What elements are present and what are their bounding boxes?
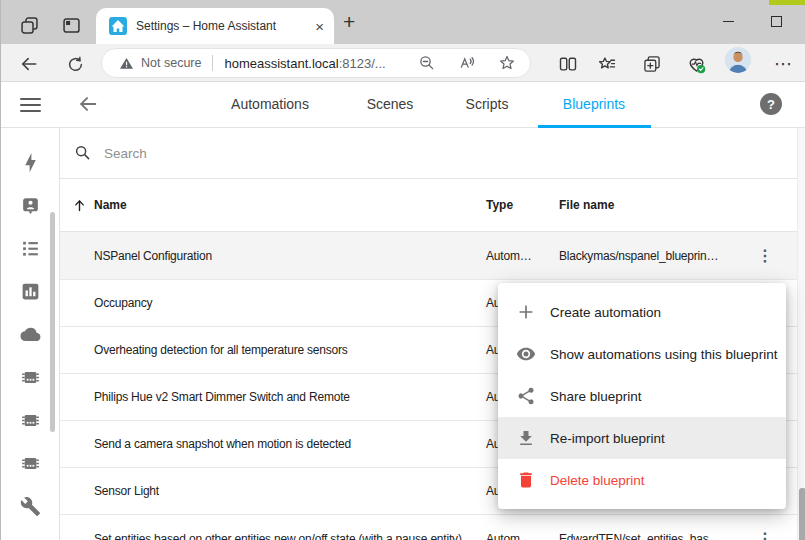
history-chart-icon[interactable] bbox=[20, 281, 41, 302]
url-path: :8123/... bbox=[339, 56, 386, 71]
tab-close-icon[interactable]: × bbox=[315, 19, 324, 34]
settings-wrench-icon[interactable] bbox=[20, 496, 41, 517]
row-name: Set entities based on other entities new… bbox=[94, 532, 462, 540]
voice-assistant-icon[interactable] bbox=[20, 195, 41, 216]
menu-item-create-automation[interactable]: Create automation bbox=[498, 291, 786, 333]
menu-item-delete-blueprint[interactable]: Delete blueprint bbox=[498, 459, 786, 501]
address-divider bbox=[212, 55, 213, 71]
home-assistant-favicon bbox=[109, 17, 127, 35]
address-bar[interactable]: Not secure homeassistant.local:8123/... bbox=[101, 48, 531, 78]
browser-toolbar: Not secure homeassistant.local:8123/... bbox=[1, 44, 805, 82]
workspaces-icon[interactable] bbox=[19, 14, 41, 36]
table-row[interactable]: NSPanel Configuration Autom… Blackymas/n… bbox=[60, 232, 805, 280]
column-name[interactable]: Name bbox=[94, 179, 127, 232]
browser-menu-icon[interactable]: ⋯ bbox=[771, 52, 795, 76]
favorites-icon[interactable] bbox=[595, 52, 619, 76]
tab-actions-icon[interactable] bbox=[61, 14, 83, 36]
cloud-icon[interactable] bbox=[20, 324, 41, 345]
help-icon[interactable]: ? bbox=[760, 93, 782, 115]
tab-scripts[interactable]: Scripts bbox=[466, 82, 509, 127]
back-icon[interactable] bbox=[17, 52, 41, 76]
menu-item-share-blueprint[interactable]: Share blueprint bbox=[498, 375, 786, 417]
row-name: Occupancy bbox=[94, 296, 152, 310]
hardware-chip-icon-3[interactable] bbox=[20, 453, 41, 474]
split-screen-icon[interactable] bbox=[556, 52, 580, 76]
url-text: homeassistant.local:8123/... bbox=[224, 56, 385, 71]
table-row[interactable]: Set entities based on other entities new… bbox=[60, 515, 805, 540]
ha-header: Automations Scenes Scripts Blueprints ? bbox=[1, 82, 805, 128]
menu-item-label: Share blueprint bbox=[550, 389, 642, 404]
collections-icon[interactable] bbox=[640, 52, 664, 76]
maximize-icon[interactable] bbox=[761, 10, 791, 32]
new-tab-icon[interactable]: + bbox=[343, 10, 355, 34]
share-icon bbox=[516, 386, 536, 406]
plus-icon bbox=[516, 302, 536, 322]
browser-essentials-icon[interactable] bbox=[684, 52, 708, 76]
favorite-star-icon[interactable] bbox=[498, 54, 516, 72]
hardware-chip-icon-1[interactable] bbox=[20, 367, 41, 388]
menu-item-label: Delete blueprint bbox=[550, 473, 645, 488]
tab-automations[interactable]: Automations bbox=[231, 82, 309, 127]
browser-window: Settings – Home Assistant × + bbox=[0, 0, 805, 540]
search-input[interactable] bbox=[104, 146, 704, 161]
row-type: Autom… bbox=[486, 249, 531, 263]
energy-icon[interactable] bbox=[20, 152, 41, 173]
row-name: Send a camera snapshot when motion is de… bbox=[94, 437, 351, 451]
profile-avatar[interactable] bbox=[725, 47, 751, 73]
tab-scenes[interactable]: Scenes bbox=[367, 82, 414, 127]
minimize-icon[interactable] bbox=[713, 10, 743, 32]
read-aloud-icon[interactable] bbox=[458, 54, 476, 72]
menu-item-label: Show automations using this blueprint bbox=[550, 347, 777, 362]
column-type[interactable]: Type bbox=[486, 179, 513, 232]
menu-item-label: Re-import blueprint bbox=[550, 431, 665, 446]
trash-icon bbox=[516, 470, 536, 490]
row-type: Autom… bbox=[486, 532, 531, 540]
blueprint-context-menu: Create automation Show automations using… bbox=[498, 283, 786, 509]
menu-item-label: Create automation bbox=[550, 305, 661, 320]
row-name: Sensor Light bbox=[94, 484, 159, 498]
row-overflow-icon[interactable]: ⋮ bbox=[753, 525, 777, 540]
sort-ascending-icon[interactable] bbox=[72, 198, 87, 213]
todo-list-icon[interactable] bbox=[20, 238, 41, 259]
browser-tab[interactable]: Settings – Home Assistant × bbox=[96, 8, 334, 44]
search-icon bbox=[74, 144, 92, 162]
row-file: Blackymas/nspanel_blueprin… bbox=[559, 249, 718, 263]
content-scrollbar-thumb[interactable] bbox=[799, 488, 805, 540]
tab-title: Settings – Home Assistant bbox=[136, 19, 315, 33]
zoom-out-icon[interactable] bbox=[418, 54, 436, 72]
search-row bbox=[60, 128, 805, 179]
not-secure-warning-icon bbox=[119, 56, 134, 71]
refresh-icon[interactable] bbox=[63, 52, 87, 76]
browser-tab-strip: Settings – Home Assistant × + bbox=[1, 0, 805, 44]
download-icon bbox=[516, 428, 536, 448]
security-label: Not secure bbox=[141, 56, 201, 70]
row-overflow-icon[interactable]: ⋮ bbox=[753, 242, 777, 270]
desktop-edge-sliver bbox=[769, 0, 805, 5]
column-file-name[interactable]: File name bbox=[559, 179, 614, 232]
row-file: EdwardTEN/set_entities_bas… bbox=[559, 532, 720, 540]
url-host: homeassistant.local bbox=[224, 56, 338, 71]
row-name: Philips Hue v2 Smart Dimmer Switch and R… bbox=[94, 390, 350, 404]
sidebar-scrollbar[interactable] bbox=[50, 212, 55, 432]
ha-sidebar bbox=[1, 128, 60, 540]
tab-blueprints[interactable]: Blueprints bbox=[563, 82, 625, 127]
ha-back-icon[interactable] bbox=[77, 89, 103, 119]
hardware-chip-icon-2[interactable] bbox=[20, 410, 41, 431]
content-scrollbar bbox=[797, 128, 805, 540]
eye-icon bbox=[516, 344, 536, 364]
row-name: NSPanel Configuration bbox=[94, 249, 212, 263]
menu-item-reimport-blueprint[interactable]: Re-import blueprint bbox=[498, 417, 786, 459]
row-name: Overheating detection for all temperatur… bbox=[94, 343, 348, 357]
sidebar-toggle-icon[interactable] bbox=[20, 98, 41, 112]
menu-item-show-automations[interactable]: Show automations using this blueprint bbox=[498, 333, 786, 375]
table-header: Name Type File name bbox=[60, 179, 805, 232]
